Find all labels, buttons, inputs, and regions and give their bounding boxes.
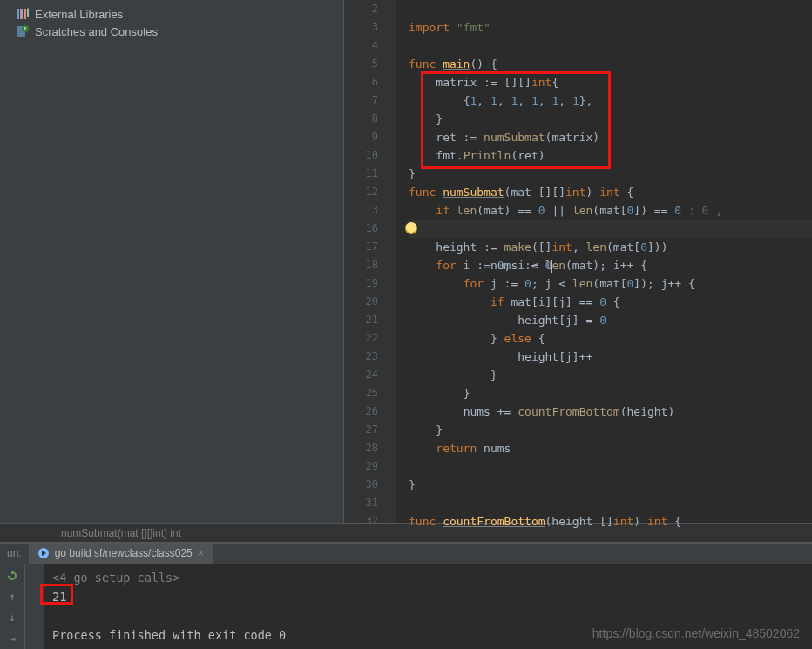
line-number: 10 xyxy=(344,146,396,165)
line-number: 26 xyxy=(344,402,396,421)
run-config-tab[interactable]: go build sf/newclass/class025 × xyxy=(29,544,213,564)
soft-wrap-button[interactable]: ⇥ xyxy=(4,631,20,646)
line-number: 25 xyxy=(344,384,396,402)
console-exit-line: Process finished with exit code 0 xyxy=(52,628,286,642)
line-number: 8 xyxy=(344,110,396,128)
line-number: 24 xyxy=(344,366,396,384)
line-number: 9 xyxy=(344,128,396,146)
intention-bulb-icon[interactable] xyxy=(405,222,417,234)
line-number: 2 xyxy=(344,0,396,18)
tree-item-external-libs[interactable]: External Libraries xyxy=(0,5,343,23)
line-number: 17 xyxy=(344,238,396,256)
run-config-label: go build sf/newclass/class025 xyxy=(55,547,193,559)
tree-item-scratches[interactable]: Scratches and Consoles xyxy=(0,23,343,40)
svg-rect-3 xyxy=(27,8,29,17)
run-side-toolbar: ↑ ↓ ⇥ xyxy=(0,564,24,649)
console-output-value: 21 xyxy=(52,590,66,604)
scroll-down-button[interactable]: ↓ xyxy=(4,610,20,625)
line-number: 13 xyxy=(344,201,396,220)
line-number: 32 xyxy=(344,512,396,531)
line-number: 16 xyxy=(344,220,396,238)
line-number: 29 xyxy=(344,457,396,476)
svg-rect-0 xyxy=(17,9,19,19)
line-number: 12 xyxy=(344,183,396,201)
line-number: 20 xyxy=(344,293,396,311)
close-icon[interactable]: × xyxy=(198,547,204,559)
line-number: 4 xyxy=(344,37,396,55)
line-number: 3 xyxy=(344,18,396,37)
svg-rect-2 xyxy=(24,9,26,19)
tree-item-label: External Libraries xyxy=(35,8,123,21)
run-tool-label: un: xyxy=(0,547,29,559)
scroll-up-button[interactable]: ↑ xyxy=(4,589,20,605)
breadcrumb-item[interactable]: numSubmat(mat [][]int) int xyxy=(61,527,181,539)
line-number: 18 xyxy=(344,256,396,274)
watermark: https://blog.csdn.net/weixin_48502062 xyxy=(592,626,800,640)
line-number: 30 xyxy=(344,476,396,494)
line-number: 6 xyxy=(344,73,396,91)
libraries-icon xyxy=(16,7,30,21)
line-number: 27 xyxy=(344,421,396,439)
line-number: 23 xyxy=(344,348,396,366)
line-number: 21 xyxy=(344,311,396,329)
editor-gutter[interactable]: 2 3 4 5 6 7 8 9 10 11 12 13 16 17 18 19 … xyxy=(344,0,396,523)
code-editor[interactable]: 2 3 4 5 6 7 8 9 10 11 12 13 16 17 18 19 … xyxy=(344,0,812,523)
line-number: 7 xyxy=(344,91,396,110)
line-number: 28 xyxy=(344,439,396,457)
rerun-button[interactable] xyxy=(4,568,20,584)
console-output[interactable]: <4 go setup calls> 21 Process finished w… xyxy=(44,564,812,649)
line-number: 11 xyxy=(344,165,396,183)
run-tool-window[interactable]: un: go build sf/newclass/class025 × ↑ ↓ … xyxy=(0,542,812,649)
svg-rect-1 xyxy=(20,9,23,19)
tree-item-label: Scratches and Consoles xyxy=(35,25,158,38)
project-tool-window[interactable]: External Libraries Scratches and Console… xyxy=(0,0,344,523)
go-run-icon xyxy=(37,547,50,559)
line-number: 31 xyxy=(344,494,396,512)
code-area[interactable]: import "fmt" func main() { matrix := [][… xyxy=(396,0,812,523)
line-number: 22 xyxy=(344,329,396,348)
line-number: 19 xyxy=(344,274,396,293)
console-line: <4 go setup calls> xyxy=(52,571,179,585)
line-number: 5 xyxy=(344,55,396,73)
scratches-icon xyxy=(16,24,30,38)
